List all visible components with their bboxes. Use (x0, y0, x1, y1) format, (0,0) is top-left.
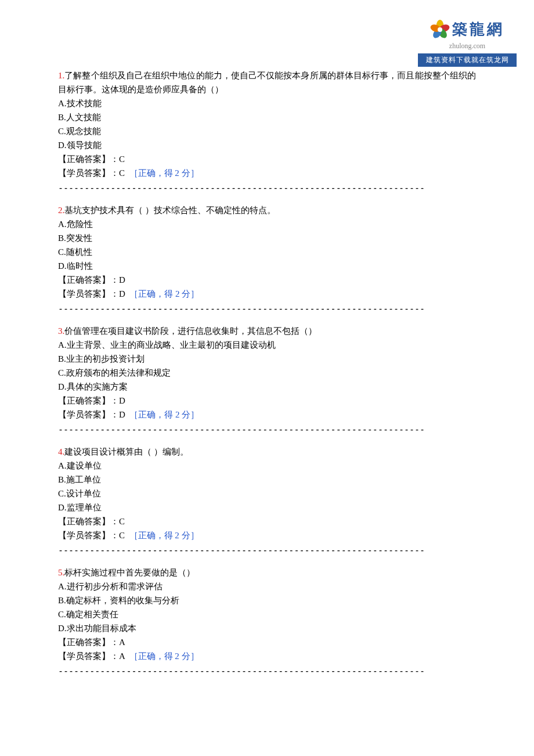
option: D.监理单位 (58, 501, 476, 514)
divider: ----------------------------------------… (58, 181, 476, 195)
option: A.进行初步分析和需求评估 (58, 579, 476, 593)
option: C.设计单位 (58, 487, 476, 501)
option: B.突发性 (58, 231, 476, 245)
question-block: 5.标杆实施过程中首先要做的是（） A.进行初步分析和需求评估 B.确定标杆，资… (58, 566, 476, 678)
question-block: 2.基坑支护技术具有（ ）技术综合性、不确定性的特点。 A.危险性 B.突发性 … (58, 203, 476, 316)
question-number: 3. (58, 326, 64, 336)
option: B.确定标杆，资料的收集与分析 (58, 593, 476, 607)
question-stem: 标杆实施过程中首先要做的是（） (64, 568, 195, 577)
question-block: 4.建设项目设计概算由（ ）编制。 A.建设单位 B.施工单位 C.设计单位 D… (58, 445, 476, 557)
question-number: 2. (58, 206, 64, 215)
question-stem: 了解整个组织及自己在组织中地位的能力，使自己不仅能按本身所属的群体目标行事，而且… (58, 71, 476, 94)
student-answer: 【学员答案】：C ［正确，得 2 分］ (58, 528, 476, 542)
question-stem: 建设项目设计概算由（ ）编制。 (64, 447, 189, 456)
option: B.业主的初步投资计划 (58, 352, 476, 366)
question-block: 1.了解整个组织及自己在组织中地位的能力，使自己不仅能按本身所属的群体目标行事，… (58, 69, 476, 195)
student-answer: 【学员答案】：D ［正确，得 2 分］ (58, 408, 476, 422)
result-text: ［正确，得 2 分］ (129, 168, 199, 178)
logo-top-row: 築龍網 (418, 17, 517, 42)
question-block: 3.价值管理在项目建议书阶段，进行信息收集时，其信息不包括（） A.业主背景、业… (58, 324, 476, 437)
correct-answer: 【正确答案】：C (58, 152, 476, 166)
option: D.求出功能目标成本 (58, 621, 476, 635)
correct-answer: 【正确答案】：D (58, 273, 476, 287)
divider: ----------------------------------------… (58, 543, 476, 557)
result-text: ［正确，得 2 分］ (129, 651, 199, 661)
content-area: 1.了解整个组织及自己在组织中地位的能力，使自己不仅能按本身所属的群体目标行事，… (58, 69, 476, 686)
correct-answer: 【正确答案】：A (58, 635, 476, 649)
divider: ----------------------------------------… (58, 302, 476, 316)
option: C.确定相关责任 (58, 607, 476, 621)
divider: ----------------------------------------… (58, 423, 476, 437)
svg-point-5 (438, 27, 442, 32)
option: A.业主背景、业主的商业战略、业主最初的项目建设动机 (58, 338, 476, 352)
option: D.具体的实施方案 (58, 380, 476, 394)
option: C.政府颁布的相关法律和规定 (58, 366, 476, 380)
option: B.施工单位 (58, 473, 476, 487)
question-text: 5.标杆实施过程中首先要做的是（） (58, 566, 476, 579)
logo-flower-icon (430, 20, 450, 39)
option: C.随机性 (58, 245, 476, 259)
question-text: 2.基坑支护技术具有（ ）技术综合性、不确定性的特点。 (58, 203, 476, 217)
question-stem: 基坑支护技术具有（ ）技术综合性、不确定性的特点。 (64, 206, 276, 215)
option: A.技术技能 (58, 96, 476, 110)
correct-answer: 【正确答案】：D (58, 394, 476, 408)
question-text: 3.价值管理在项目建议书阶段，进行信息收集时，其信息不包括（） (58, 324, 476, 338)
site-logo: 築龍網 zhulong.com 建筑资料下载就在筑龙网 (418, 17, 517, 67)
option: A.建设单位 (58, 459, 476, 473)
option: D.领导技能 (58, 138, 476, 152)
result-text: ［正确，得 2 分］ (129, 410, 199, 419)
logo-banner: 建筑资料下载就在筑龙网 (418, 53, 517, 67)
result-text: ［正确，得 2 分］ (129, 289, 199, 298)
option: B.人文技能 (58, 110, 476, 124)
question-number: 5. (58, 568, 64, 577)
question-number: 1. (58, 71, 64, 80)
question-text: 4.建设项目设计概算由（ ）编制。 (58, 445, 476, 459)
question-text: 1.了解整个组织及自己在组织中地位的能力，使自己不仅能按本身所属的群体目标行事，… (58, 69, 476, 96)
student-answer: 【学员答案】：A ［正确，得 2 分］ (58, 649, 476, 663)
logo-brand-cn: 築龍網 (452, 17, 504, 42)
question-stem: 价值管理在项目建议书阶段，进行信息收集时，其信息不包括（） (64, 326, 317, 336)
option: A.危险性 (58, 217, 476, 231)
option: D.临时性 (58, 259, 476, 273)
question-number: 4. (58, 447, 64, 456)
correct-answer: 【正确答案】：C (58, 514, 476, 528)
logo-brand-en: zhulong.com (418, 41, 517, 52)
result-text: ［正确，得 2 分］ (129, 531, 199, 540)
student-answer: 【学员答案】：D ［正确，得 2 分］ (58, 287, 476, 301)
option: C.观念技能 (58, 124, 476, 138)
divider: ----------------------------------------… (58, 664, 476, 678)
student-answer: 【学员答案】：C ［正确，得 2 分］ (58, 166, 476, 180)
